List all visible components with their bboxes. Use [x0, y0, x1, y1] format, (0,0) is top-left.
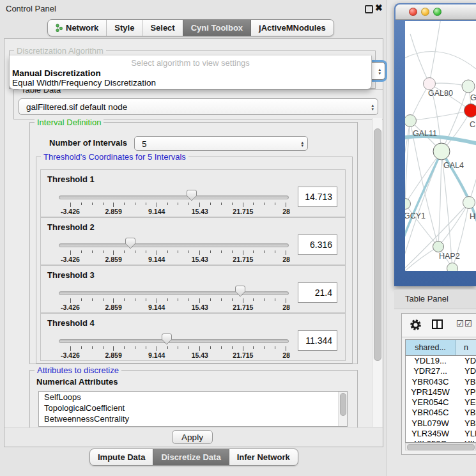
tab-style[interactable]: Style [106, 20, 142, 36]
cyni-toolbox-panel: Discretization Algorithm ▴▾ Select algor… [4, 38, 383, 447]
threshold-panel-3: Threshold 3-3.4262.8599.14415.4321.71528… [40, 265, 346, 313]
node-gcy1[interactable] [405, 199, 411, 210]
tick-label: 15.43 [192, 351, 208, 359]
tick-label: 9.144 [148, 303, 165, 311]
node-label-partial: H [470, 212, 475, 221]
node-gal80[interactable] [424, 78, 436, 90]
slider-ticks [70, 298, 286, 303]
threshold-value-field[interactable]: 21.4 [298, 282, 337, 303]
screen: Control Panel ✖ NetworkStyleSelectCyni T… [0, 0, 476, 476]
split-panes-icon[interactable] [432, 319, 443, 329]
thresholds-group-title: Threshold's Coordinates for 5 Intervals [41, 152, 188, 162]
bottom-tabstrip: Impute DataDiscretize DataInfer Network [89, 449, 298, 466]
table-data-group: Table Data galFiltered.sif default node … [13, 89, 383, 119]
slider-track[interactable] [59, 243, 289, 247]
tab-infer-network[interactable]: Infer Network [229, 449, 298, 465]
tab-discretize-data[interactable]: Discretize Data [153, 449, 228, 465]
threshold-value-field[interactable]: 11.344 [298, 330, 337, 351]
table-row[interactable]: YPR145WYPR1 [406, 387, 476, 397]
tab-label: Cyni Toolbox [191, 23, 243, 33]
cell-shared-name: YLR345W [406, 429, 455, 439]
table-row[interactable]: YLR345WYLR3 [406, 429, 476, 439]
zoom-button[interactable] [433, 8, 441, 16]
tick-label: -3.426 [61, 351, 80, 359]
node-right[interactable] [463, 197, 475, 209]
slider-track[interactable] [59, 339, 289, 343]
threshold-value-field[interactable]: 6.316 [298, 234, 337, 255]
dropdown-option-equal-width-frequency-discretization[interactable]: Equal Width/Frequency Discretization [12, 78, 156, 88]
threshold-value-field[interactable]: 14.713 [298, 187, 337, 207]
checkbox-icon[interactable]: ☑ [456, 319, 464, 328]
slider-handle[interactable] [125, 238, 135, 249]
network-view-window: GAL80 GA C GAL11 GAL4 GCY1 H HAP2 [394, 3, 476, 286]
column-header-name[interactable]: n [456, 340, 476, 355]
slider-handle[interactable] [187, 190, 197, 201]
tick-label: 2.859 [105, 351, 121, 359]
network-canvas[interactable]: GAL80 GA C GAL11 GAL4 GCY1 H HAP2 [405, 21, 476, 271]
tab-jactivemnodules[interactable]: jActiveMNodules [250, 20, 334, 36]
network-icon [56, 24, 63, 32]
column-header-shared-name[interactable]: shared... [406, 340, 456, 355]
control-panel-window: Control Panel ✖ NetworkStyleSelectCyni T… [0, 0, 387, 476]
checkbox-icon[interactable]: ☑ [464, 319, 472, 328]
minimize-button[interactable] [421, 8, 429, 16]
table-row[interactable]: YDL19...YDL1 [406, 356, 476, 366]
threshold-label: Threshold 1 [47, 174, 95, 184]
node-bottom-partial[interactable] [447, 263, 458, 272]
number-of-intervals-combo[interactable]: 5 ▴▾ [134, 136, 308, 151]
apply-button[interactable]: Apply [172, 430, 213, 444]
number-of-intervals-value: 5 [142, 139, 147, 148]
table-data-combo[interactable]: galFiltered.sif default node ▴▾ [19, 98, 378, 115]
tick-label: 21.715 [233, 256, 253, 263]
slider-track[interactable] [59, 196, 289, 199]
node-hap2[interactable] [433, 242, 444, 252]
table-row[interactable]: YBR045CYBR0 [406, 408, 476, 418]
thresholds-group: Threshold's Coordinates for 5 Intervals … [36, 157, 353, 364]
node-gal11[interactable] [405, 115, 417, 127]
table-row[interactable]: YBL079WYBL0 [406, 418, 476, 429]
table-hscrollbar[interactable] [405, 443, 476, 450]
dropdown-option-manual-discretization[interactable]: Manual Discretization [12, 68, 101, 78]
tick-label: 21.715 [233, 351, 253, 359]
node-label: HAP2 [439, 252, 460, 261]
table-row[interactable]: YBR043CYBR0 [406, 377, 476, 387]
tick-label: 15.43 [192, 303, 208, 311]
cell-shared-name: YDL19... [406, 356, 455, 366]
tab-label: Style [114, 23, 134, 33]
tick-label: 2.859 [105, 208, 121, 215]
slider-handle[interactable] [235, 286, 245, 297]
numerical-attributes-list[interactable]: SelfLoopsTopologicalCoefficientBetweenne… [38, 391, 348, 427]
slider-handle[interactable] [162, 334, 172, 345]
threshold-panel-2: Threshold 2-3.4262.8599.14415.4321.71528… [40, 217, 346, 265]
node-selected-red[interactable] [464, 104, 476, 118]
node-gal4[interactable] [433, 143, 450, 160]
tab-impute-data[interactable]: Impute Data [90, 449, 153, 465]
tick-label: 9.144 [148, 351, 165, 359]
tick-label: -3.426 [61, 256, 80, 263]
tick-label: 2.859 [105, 256, 121, 263]
threshold-label: Threshold 2 [47, 222, 95, 232]
numerical-attributes-label: Numerical Attributes [36, 377, 118, 387]
attribute-list-item[interactable]: SelfLoops [39, 392, 347, 403]
list-scrollbar[interactable] [338, 392, 347, 426]
tab-cyni-toolbox[interactable]: Cyni Toolbox [183, 20, 250, 36]
tab-network[interactable]: Network [48, 20, 106, 36]
attribute-list-item[interactable]: TopologicalCoefficient [39, 403, 347, 413]
float-window-icon[interactable] [365, 5, 373, 13]
close-icon[interactable]: ✖ [375, 3, 383, 13]
gear-icon[interactable] [410, 319, 422, 331]
table-data-combo-value: galFiltered.sif default node [26, 102, 127, 112]
tab-label: Discretize Data [161, 452, 220, 462]
control-panel-title: Control Panel [6, 4, 56, 13]
close-button[interactable] [409, 8, 417, 16]
tab-select[interactable]: Select [142, 20, 182, 36]
tab-label: Infer Network [237, 452, 290, 462]
table-row[interactable]: YER054CYER0 [406, 397, 476, 408]
node-partial-top[interactable] [462, 80, 475, 93]
table-row[interactable]: YDR27...YDR2 [406, 366, 476, 376]
slider-track[interactable] [59, 291, 289, 295]
panel-scrollbar[interactable] [372, 118, 382, 427]
node-label: GAL80 [428, 89, 453, 98]
attributes-group-title: Attributes to discretize [35, 365, 121, 375]
attribute-list-item[interactable]: BetweennessCentrality [39, 413, 347, 424]
